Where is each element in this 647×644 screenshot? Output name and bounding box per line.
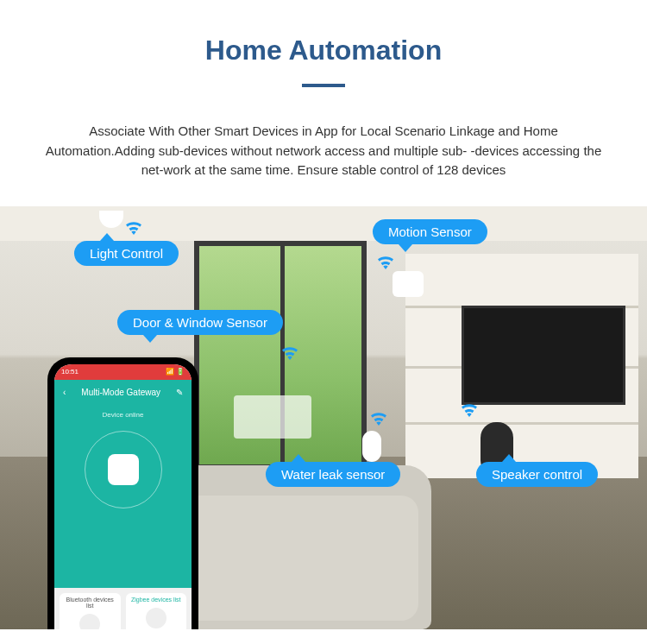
wifi-icon	[369, 410, 388, 430]
phone-screen: 10:51 📶 🔋 ‹ Multi-Mode Gateway ✎ Device …	[54, 364, 192, 629]
product-scene: Light Control Motion Sensor Door & Windo…	[0, 206, 647, 629]
wifi-icon	[460, 401, 479, 421]
motion-sensor-device	[393, 271, 424, 297]
edit-icon[interactable]: ✎	[176, 388, 183, 397]
phone-mockup: 10:51 📶 🔋 ‹ Multi-Mode Gateway ✎ Device …	[47, 357, 198, 629]
sofa	[164, 465, 431, 629]
tab-zigbee[interactable]: Zigbee devices list	[126, 593, 187, 629]
tab-bluetooth[interactable]: Bluetooth devices list	[60, 593, 121, 629]
hub-icon	[108, 454, 139, 485]
device-status: Device online	[102, 411, 143, 419]
phone-app-title: Multi-Mode Gateway	[81, 388, 160, 397]
wifi-icon	[280, 344, 299, 364]
header: Home Automation	[0, 0, 647, 122]
page-title: Home Automation	[0, 35, 647, 66]
water-sensor-device	[362, 431, 381, 462]
title-divider	[302, 84, 345, 87]
callout-water-leak-sensor: Water leak sensor	[266, 462, 400, 487]
phone-status-icons: 📶 🔋	[166, 368, 185, 376]
phone-bottom-tabs: Bluetooth devices list Zigbee devices li…	[54, 588, 192, 629]
tab-bluetooth-label: Bluetooth devices list	[66, 597, 114, 609]
callout-speaker-control: Speaker control	[476, 462, 598, 487]
bluetooth-device-icon	[79, 614, 100, 629]
phone-app-body: Device online	[54, 406, 192, 588]
callout-light-control: Light Control	[74, 241, 179, 266]
phone-time: 10:51	[61, 368, 79, 376]
phone-app-header: ‹ Multi-Mode Gateway ✎	[54, 380, 192, 406]
zigbee-device-icon	[146, 608, 166, 628]
ceiling	[0, 206, 647, 241]
tab-zigbee-label: Zigbee devices list	[131, 597, 181, 603]
hub-circle	[85, 431, 162, 508]
description-text: Associate With Other Smart Devices in Ap…	[0, 122, 647, 180]
callout-door-window-sensor: Door & Window Sensor	[117, 310, 283, 335]
balcony-furniture	[234, 395, 311, 439]
wifi-icon	[376, 254, 395, 274]
wifi-icon	[124, 219, 143, 239]
callout-motion-sensor: Motion Sensor	[373, 219, 487, 244]
shelf-line	[405, 422, 638, 425]
back-icon[interactable]: ‹	[63, 388, 66, 397]
phone-status-bar: 10:51 📶 🔋	[54, 364, 192, 380]
television	[462, 306, 625, 405]
